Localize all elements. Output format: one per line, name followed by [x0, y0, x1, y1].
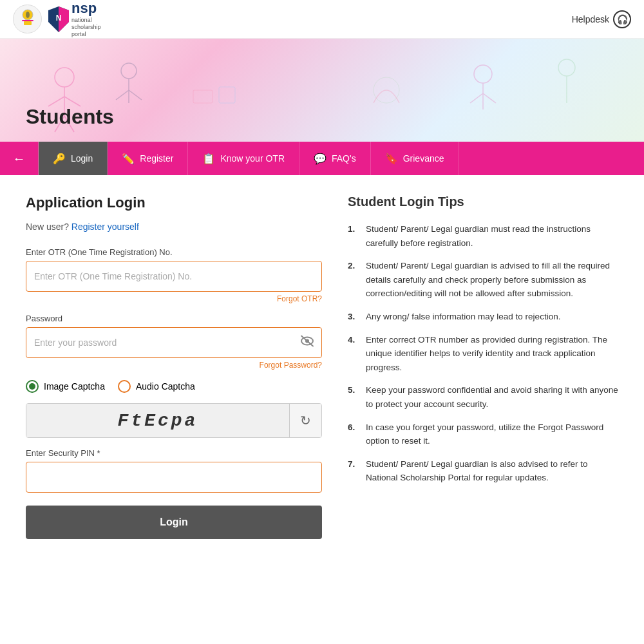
- nsp-text: nsp national scholarship portal: [71, 0, 101, 37]
- audio-captcha-radio[interactable]: [118, 380, 131, 393]
- tips-area: Student Login Tips Student/ Parent/ Lega…: [348, 194, 618, 539]
- nsp-subtitle: national scholarship portal: [71, 17, 101, 37]
- otr-input-wrapper: [26, 261, 322, 292]
- svg-point-7: [55, 68, 74, 87]
- tip-item-5: Keep your password confidential and avoi…: [348, 383, 618, 411]
- bookmark-icon: 🔖: [385, 153, 398, 165]
- svg-line-20: [483, 93, 496, 103]
- helpdesk-button[interactable]: Helpdesk 🎧: [572, 10, 631, 28]
- main-content: Application Login New user? Register you…: [0, 175, 644, 558]
- navigation-tabs: ← 🔑 Login ✏️ Register 📋 Know your OTR 💬 …: [0, 142, 644, 175]
- svg-line-16: [129, 90, 142, 100]
- forgot-otr-link[interactable]: Forgot OTR?: [26, 294, 322, 303]
- svg-line-19: [470, 93, 483, 103]
- captcha-text: FtEcpa: [118, 411, 198, 431]
- svg-point-21: [558, 59, 575, 76]
- eye-slash-icon[interactable]: [300, 336, 314, 350]
- edit-icon: ✏️: [122, 153, 135, 165]
- tab-know-otr-label: Know your OTR: [220, 153, 285, 164]
- chat-icon: 💬: [314, 153, 327, 165]
- svg-line-15: [116, 90, 129, 100]
- captcha-type-row: Image Captcha Audio Captcha: [26, 380, 322, 393]
- tip-item-6: In case you forget your password, utiliz…: [348, 421, 618, 448]
- captcha-box: FtEcpa ↻: [26, 403, 322, 438]
- nsp-logo: N nsp national scholarship portal: [48, 0, 101, 37]
- tip-item-3: Any wrong/ false information may lead to…: [348, 310, 618, 324]
- headphones-icon: 🎧: [613, 10, 631, 28]
- image-captcha-label: Image Captcha: [44, 381, 105, 392]
- audio-captcha-option[interactable]: Audio Captcha: [118, 380, 195, 393]
- helpdesk-label: Helpdesk: [572, 14, 609, 24]
- tab-faqs-label: FAQ's: [332, 153, 356, 164]
- login-form-area: Application Login New user? Register you…: [26, 194, 322, 539]
- tab-register-label: Register: [140, 153, 173, 164]
- tips-list: Student/ Parent/ Legal guardian must rea…: [348, 222, 618, 485]
- back-button[interactable]: ←: [0, 142, 39, 175]
- logo-area: N nsp national scholarship portal: [13, 0, 101, 37]
- form-title: Application Login: [26, 194, 322, 211]
- header: N nsp national scholarship portal Helpde…: [0, 0, 644, 39]
- tip-item-1: Student/ Parent/ Legal guardian must rea…: [348, 222, 618, 250]
- tab-login-label: Login: [71, 153, 93, 164]
- svg-rect-2: [22, 20, 33, 21]
- tip-item-2: Student/ Parent/ Legal guardian is advis…: [348, 259, 618, 301]
- audio-captcha-label: Audio Captcha: [136, 381, 195, 392]
- tab-login[interactable]: 🔑 Login: [39, 142, 108, 175]
- tab-grievance[interactable]: 🔖 Grievance: [371, 142, 459, 175]
- svg-rect-24: [219, 87, 235, 103]
- tab-register[interactable]: ✏️ Register: [108, 142, 188, 175]
- tab-faqs[interactable]: 💬 FAQ's: [299, 142, 371, 175]
- tip-item-4: Enter correct OTR number as provided dur…: [348, 333, 618, 375]
- page-title: Students: [26, 105, 114, 129]
- new-user-text: New user? Register yourself: [26, 222, 322, 232]
- tab-know-otr[interactable]: 📋 Know your OTR: [188, 142, 299, 175]
- india-emblem-icon: [13, 5, 42, 33]
- image-captcha-radio[interactable]: [26, 380, 39, 393]
- tip-item-7: Student/ Parent/ Legal guardian is also …: [348, 457, 618, 485]
- register-link[interactable]: Register yourself: [71, 222, 139, 232]
- svg-point-13: [121, 63, 137, 79]
- forgot-password-link[interactable]: Forgot Password?: [26, 361, 322, 370]
- captcha-image: FtEcpa: [26, 404, 289, 437]
- arrow-left-icon: ←: [13, 151, 26, 166]
- svg-point-17: [474, 65, 492, 83]
- nsp-name: nsp: [71, 0, 101, 17]
- password-field-label: Password: [26, 314, 322, 323]
- password-input[interactable]: [26, 327, 322, 358]
- password-input-wrapper: [26, 327, 322, 358]
- image-captcha-option[interactable]: Image Captcha: [26, 380, 105, 393]
- login-button[interactable]: Login: [26, 506, 322, 539]
- tips-title: Student Login Tips: [348, 194, 618, 209]
- otr-field-label: Enter OTR (One Time Registration) No.: [26, 247, 322, 257]
- captcha-refresh-button[interactable]: ↻: [289, 404, 321, 437]
- svg-rect-23: [193, 90, 213, 103]
- key-icon: 🔑: [53, 153, 66, 165]
- otr-input[interactable]: [26, 261, 322, 292]
- svg-text:N: N: [56, 14, 62, 23]
- security-pin-input[interactable]: [26, 462, 322, 493]
- svg-rect-3: [24, 21, 32, 25]
- refresh-icon: ↻: [300, 413, 311, 428]
- svg-point-1: [26, 12, 30, 18]
- clipboard-icon: 📋: [202, 153, 215, 165]
- hero-banner: Students: [0, 39, 644, 142]
- tab-grievance-label: Grievance: [403, 153, 444, 164]
- security-pin-label: Enter Security PIN *: [26, 448, 322, 458]
